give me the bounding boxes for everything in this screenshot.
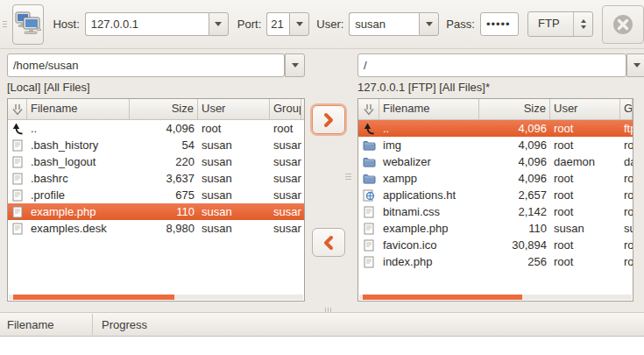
remote-path-input[interactable]: / — [357, 53, 626, 77]
column-header-size[interactable]: Size — [479, 99, 550, 119]
file-name: xampp — [379, 170, 479, 187]
file-row[interactable]: ..4,096rootftp — [358, 120, 633, 137]
file-row[interactable]: .bash_logout220susansusan — [8, 153, 304, 170]
file-row[interactable]: webalizer4,096daemondaemon — [358, 153, 633, 170]
remote-horizontal-scrollbar[interactable] — [359, 295, 632, 300]
column-header-filename[interactable]: Filename — [27, 99, 130, 119]
file-row[interactable]: bitnami.css2,142rootroot — [358, 203, 633, 220]
port-combo: 21 — [266, 12, 309, 36]
file-row[interactable]: xampp4,096rootroot — [358, 170, 633, 187]
file-size: 8,980 — [130, 220, 198, 237]
file-group: susan — [620, 220, 633, 237]
column-header-user[interactable]: User — [198, 99, 270, 119]
user-input[interactable]: susan — [349, 12, 419, 36]
chevron-right-icon — [322, 112, 336, 128]
column-header-user[interactable]: User — [550, 99, 620, 119]
spinner-up-icon — [581, 17, 586, 23]
connect-button[interactable] — [12, 4, 44, 45]
host-dropdown-button[interactable] — [209, 12, 229, 36]
file-size: 4,096 — [479, 153, 550, 170]
sort-descending-icon[interactable] — [358, 99, 379, 119]
file-row[interactable]: index.php256rootroot — [358, 253, 633, 270]
local-path-combo: /home/susan — [7, 53, 305, 77]
file-row[interactable]: examples.desk8,980susansusan — [8, 220, 304, 237]
file-group: susan — [270, 187, 301, 203]
password-input[interactable]: ••••• — [480, 12, 519, 36]
protocol-value: FTP — [528, 12, 573, 36]
remote-path-dropdown-button[interactable] — [626, 53, 644, 77]
scrollbar-thumb[interactable] — [13, 295, 174, 300]
pane-resize-grip[interactable] — [345, 174, 351, 180]
host-label: Host: — [53, 18, 79, 31]
column-header-size[interactable]: Size — [130, 99, 198, 119]
file-name: example.php — [379, 220, 479, 237]
column-header-filename[interactable]: Filename — [379, 99, 479, 119]
file-size: 110 — [130, 203, 198, 220]
remote-list-header: Filename Size User Group — [358, 99, 633, 120]
file-name: example.php — [27, 203, 130, 220]
file-icon — [358, 220, 379, 237]
user-dropdown-button[interactable] — [419, 12, 439, 36]
remote-path-combo: / — [357, 53, 644, 77]
file-row[interactable]: applications.ht2,657rootroot — [358, 187, 633, 203]
local-path-input[interactable]: /home/susan — [7, 53, 285, 77]
transfer-queue-list[interactable] — [0, 337, 644, 355]
toolbar-grip-icon[interactable] — [3, 21, 7, 27]
scrollbar-thumb[interactable] — [363, 295, 522, 300]
file-user: susan — [198, 137, 270, 153]
file-group: root — [620, 253, 633, 270]
file-name: webalizer — [379, 153, 479, 170]
chevron-down-icon — [296, 22, 303, 30]
file-size: 2,142 — [479, 203, 550, 220]
chevron-down-icon — [633, 63, 640, 71]
file-row[interactable]: ..4,096rootroot — [8, 120, 304, 137]
file-size: 30,894 — [479, 237, 550, 253]
file-name: favicon.ico — [379, 237, 479, 253]
file-row[interactable]: .bash_history54susansusan — [8, 137, 304, 153]
column-header-group[interactable]: Group — [620, 99, 633, 119]
local-path-dropdown-button[interactable] — [285, 53, 305, 77]
file-row[interactable]: img4,096rootroot — [358, 137, 633, 153]
port-input[interactable]: 21 — [266, 12, 289, 36]
queue-column-filename[interactable]: Filename — [7, 313, 53, 337]
file-user: susan — [198, 220, 270, 237]
file-user: susan — [198, 187, 270, 203]
local-file-list: Filename Size User Group ..4,096rootroot… — [7, 98, 305, 302]
file-group: root — [620, 187, 633, 203]
file-icon — [8, 187, 27, 203]
column-header-group[interactable]: Group — [270, 99, 301, 119]
queue-column-progress[interactable]: Progress — [102, 313, 147, 337]
transfer-right-button[interactable] — [312, 105, 345, 134]
sort-descending-icon[interactable] — [8, 99, 27, 119]
protocol-spinner[interactable] — [573, 12, 592, 36]
transfer-left-button[interactable] — [312, 228, 345, 257]
disconnect-button[interactable] — [602, 5, 644, 44]
port-dropdown-button[interactable] — [289, 12, 309, 36]
file-user: root — [550, 203, 620, 220]
file-name: bitnami.css — [379, 203, 479, 220]
up-directory-icon — [358, 120, 379, 137]
local-rows: ..4,096rootroot.bash_history54susansusan… — [8, 120, 304, 237]
file-user: susan — [198, 170, 270, 187]
file-user: root — [550, 253, 620, 270]
protocol-selector[interactable]: FTP — [527, 11, 593, 37]
file-row[interactable]: favicon.ico30,894rootroot — [358, 237, 633, 253]
file-row[interactable]: example.php110susansusan — [8, 203, 304, 220]
user-label: User: — [316, 18, 343, 31]
chevron-down-icon — [426, 22, 433, 30]
local-list-header: Filename Size User Group — [8, 99, 304, 120]
file-group: daemon — [620, 153, 633, 170]
file-row[interactable]: .profile675susansusan — [8, 187, 304, 203]
file-row[interactable]: .bashrc3,637susansusan — [8, 170, 304, 187]
ftp-client-window: Host: 127.0.0.1 Port: 21 User: susan Pas… — [0, 0, 644, 355]
host-input[interactable]: 127.0.0.1 — [85, 12, 209, 36]
local-horizontal-scrollbar[interactable] — [9, 295, 303, 300]
chevron-down-icon — [215, 22, 222, 30]
file-row[interactable]: example.php110susansusan — [358, 220, 633, 237]
file-name: .. — [27, 120, 130, 137]
connect-computers-icon — [13, 10, 43, 39]
file-group: susan — [270, 170, 301, 187]
file-icon — [358, 237, 379, 253]
file-size: 4,096 — [479, 137, 550, 153]
file-user: root — [198, 120, 270, 137]
